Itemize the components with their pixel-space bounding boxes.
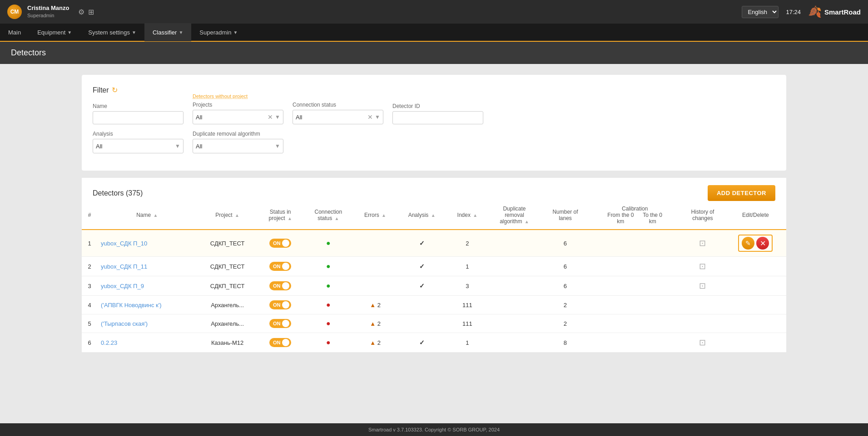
cell-history[interactable]: ⊡: [680, 333, 725, 353]
filter-select-projects[interactable]: All ✕ ▼: [193, 110, 283, 124]
nav-item-system-settings[interactable]: System settings ▼: [80, 23, 144, 41]
user-name: Cristina Manzo: [27, 5, 69, 12]
cell-edit-delete[interactable]: [725, 314, 786, 333]
toggle-on[interactable]: ON: [269, 319, 292, 328]
history-icon[interactable]: ⊡: [699, 338, 706, 347]
cell-history[interactable]: ⊡: [680, 276, 725, 296]
cell-edit-delete[interactable]: ✎ ✕: [725, 230, 786, 257]
cell-status-in-project[interactable]: ON: [258, 276, 303, 296]
brand-icon: 🍂: [808, 5, 822, 18]
cell-calib-from: [589, 314, 635, 333]
cell-status-in-project[interactable]: ON: [258, 333, 303, 353]
col-analysis[interactable]: Analysis ▲: [397, 201, 447, 230]
settings-icon[interactable]: ⚙: [78, 8, 84, 16]
cell-num-lanes: 6: [541, 276, 590, 296]
cell-calib-to: [635, 314, 680, 333]
nav-item-main[interactable]: Main: [0, 23, 29, 41]
toggle-on[interactable]: ON: [269, 300, 292, 309]
cell-dup-removal: [487, 276, 541, 296]
cell-connection-status: ●: [303, 276, 354, 296]
filter-select-duplicate[interactable]: All ▼: [193, 139, 283, 153]
checkmark-icon: ✓: [419, 282, 425, 289]
table-body: 1yubox_СДК П_10СДКП_ТЕСТON●✓26⊡ ✎ ✕ 2yub…: [82, 230, 786, 353]
col-errors[interactable]: Errors ▲: [354, 201, 397, 230]
filter-label-connection: Connection status: [293, 102, 383, 108]
filter-connection-value: All: [296, 114, 366, 121]
col-project[interactable]: Project ▲: [197, 201, 258, 230]
cell-project: Архангель...: [197, 296, 258, 314]
cell-num: 3: [82, 276, 97, 296]
nav-item-superadmin[interactable]: Superadmin ▼: [191, 23, 246, 41]
cell-status-in-project[interactable]: ON: [258, 230, 303, 257]
table-row: 3yubox_СДК П_9СДКП_ТЕСТON●✓36⊡: [82, 276, 786, 296]
nav-label-system-settings: System settings: [88, 29, 130, 36]
cell-project: Архангель...: [197, 314, 258, 333]
cell-connection-status: ●: [303, 257, 354, 276]
history-icon[interactable]: ⊡: [699, 262, 706, 271]
cell-history[interactable]: ⊡: [680, 257, 725, 276]
chevron-down-icon[interactable]: ▼: [275, 114, 280, 120]
history-icon[interactable]: ⊡: [699, 281, 706, 290]
language-select[interactable]: English: [742, 6, 779, 18]
chevron-down-icon[interactable]: ▼: [175, 143, 180, 149]
filter-select-connection[interactable]: All ✕ ▼: [293, 110, 383, 124]
cell-num: 4: [82, 296, 97, 314]
col-index[interactable]: Index ▲: [447, 201, 487, 230]
filter-card: Filter ↻ Name Projects Detectors without…: [82, 75, 786, 171]
clear-projects-icon[interactable]: ✕: [268, 113, 273, 121]
cell-connection-status: ●: [303, 333, 354, 353]
detectors-header: Detectors (375) ADD DETECTOR: [82, 178, 786, 201]
filter-group-projects: Projects Detectors without project All ✕…: [193, 102, 283, 124]
edit-button[interactable]: ✎: [742, 237, 754, 250]
cell-analysis: ✓: [397, 333, 447, 353]
cell-dup-removal: [487, 314, 541, 333]
col-status-in-project[interactable]: Status inproject ▲: [258, 201, 303, 230]
toggle-on[interactable]: ON: [269, 338, 292, 347]
chevron-down-icon[interactable]: ▼: [275, 143, 280, 149]
cell-connection-status: ●: [303, 296, 354, 314]
cell-calib-to: [635, 296, 680, 314]
col-dup-removal[interactable]: Duplicateremovalalgorithm ▲: [487, 201, 541, 230]
toggle-on[interactable]: ON: [269, 262, 292, 271]
cell-history[interactable]: ⊡: [680, 230, 725, 257]
filter-input-name[interactable]: [93, 111, 184, 124]
cell-name[interactable]: ('АПВГК Новодвинс к'): [97, 296, 197, 314]
clear-connection-icon[interactable]: ✕: [367, 113, 373, 121]
cell-num: 5: [82, 314, 97, 333]
cell-status-in-project[interactable]: ON: [258, 314, 303, 333]
cell-edit-delete[interactable]: [725, 257, 786, 276]
nav-item-classifier[interactable]: Classifier ▼: [144, 23, 191, 41]
cell-edit-delete[interactable]: [725, 296, 786, 314]
detectors-count-title: Detectors (375): [93, 189, 143, 197]
filter-select-analysis[interactable]: All ▼: [93, 139, 184, 153]
cell-name[interactable]: ('Тырпасов ская'): [97, 314, 197, 333]
toggle-on[interactable]: ON: [269, 239, 292, 248]
filter-group-duplicate: Duplicate removal algorithm All ▼: [193, 131, 283, 153]
col-connection-status[interactable]: Connectionstatus ▲: [303, 201, 354, 230]
toggle-on[interactable]: ON: [269, 281, 292, 290]
cell-status-in-project[interactable]: ON: [258, 257, 303, 276]
col-history: History ofchanges: [680, 201, 725, 230]
refresh-icon[interactable]: ↻: [112, 86, 118, 94]
cell-errors: ▲ 2: [354, 296, 397, 314]
nav-item-equipment[interactable]: Equipment ▼: [29, 23, 80, 41]
cell-name[interactable]: yubox_СДК П_10: [97, 230, 197, 257]
footer: Smartroad v 3.7.103323. Copyright © SORB…: [0, 423, 868, 436]
cell-edit-delete[interactable]: [725, 276, 786, 296]
cell-status-in-project[interactable]: ON: [258, 296, 303, 314]
col-name[interactable]: Name ▲: [97, 201, 197, 230]
chevron-down-icon[interactable]: ▼: [375, 114, 380, 120]
add-detector-button[interactable]: ADD DETECTOR: [708, 185, 775, 201]
table-row: 1yubox_СДК П_10СДКП_ТЕСТON●✓26⊡ ✎ ✕: [82, 230, 786, 257]
delete-button[interactable]: ✕: [756, 237, 769, 250]
cell-name[interactable]: yubox_СДК П_11: [97, 257, 197, 276]
filter-input-detector-id[interactable]: [392, 111, 483, 124]
filter-analysis-value: All: [96, 143, 173, 150]
history-icon[interactable]: ⊡: [699, 239, 706, 248]
cell-name[interactable]: yubox_СДК П_9: [97, 276, 197, 296]
cell-name[interactable]: 0.2.23: [97, 333, 197, 353]
error-triangle-icon: ▲: [370, 302, 376, 309]
cell-edit-delete[interactable]: [725, 333, 786, 353]
chevron-down-icon: ▼: [233, 30, 238, 35]
add-window-icon[interactable]: ⊞: [88, 8, 94, 16]
